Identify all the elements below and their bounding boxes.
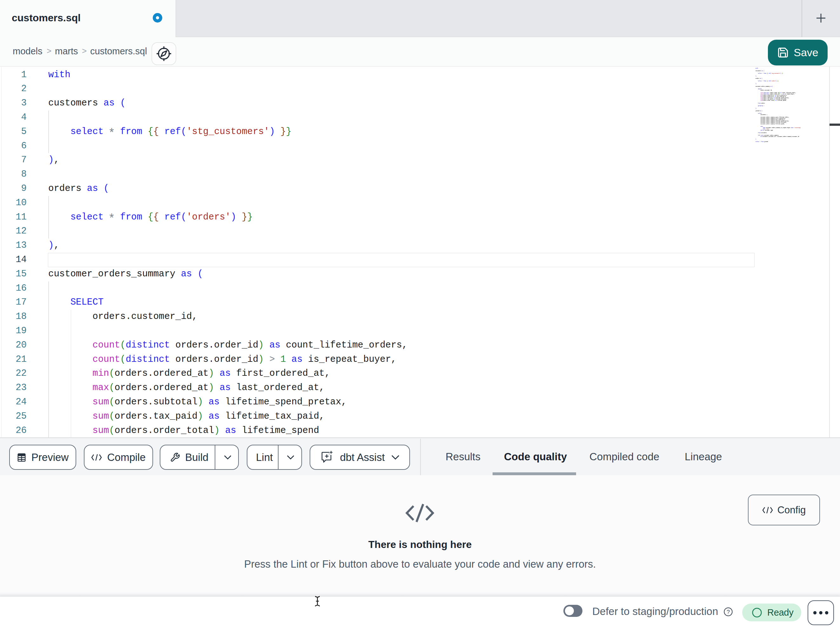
svg-text:?: ? <box>726 609 730 615</box>
